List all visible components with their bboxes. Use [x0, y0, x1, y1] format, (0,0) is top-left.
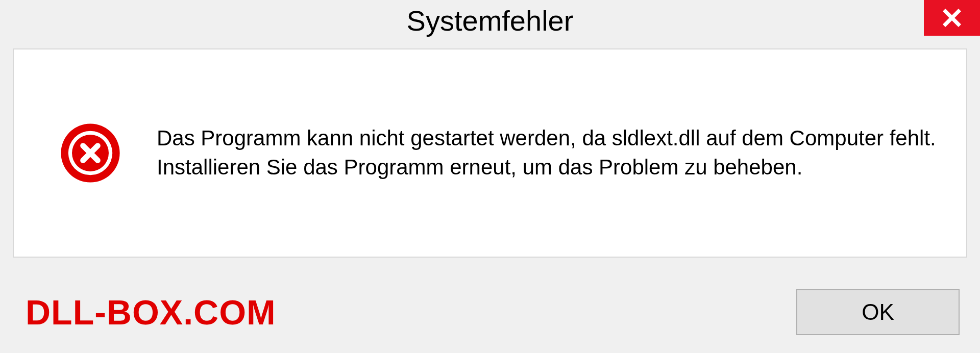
titlebar: Systemfehler	[0, 0, 980, 41]
footer: DLL-BOX.COM OK	[0, 289, 980, 335]
error-dialog: Systemfehler Das Programm kann nicht ges…	[0, 0, 980, 353]
watermark-text: DLL-BOX.COM	[26, 292, 276, 332]
close-icon	[941, 7, 963, 29]
content-panel: Das Programm kann nicht gestartet werden…	[13, 48, 967, 258]
close-button[interactable]	[924, 0, 980, 36]
error-icon	[60, 122, 121, 184]
dialog-title: Systemfehler	[407, 4, 574, 37]
ok-button[interactable]: OK	[796, 289, 960, 335]
error-message: Das Programm kann nicht gestartet werden…	[157, 124, 941, 182]
